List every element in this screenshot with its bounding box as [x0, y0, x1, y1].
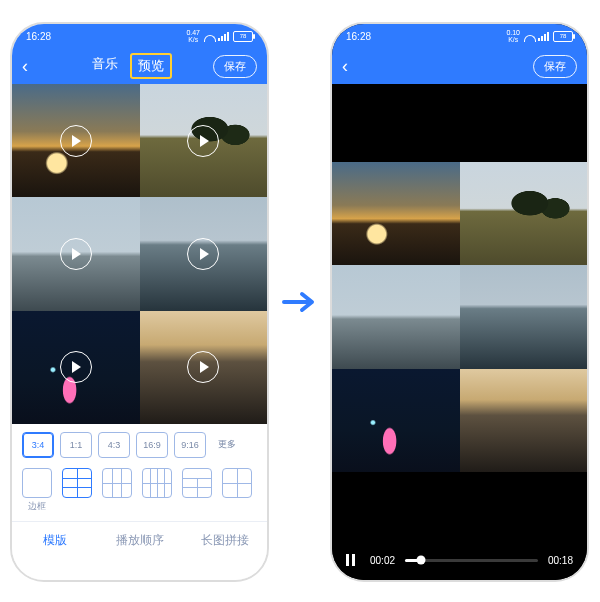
phone-preview: 16:28 0.10K/s 78 ‹ 保存: [330, 22, 589, 582]
layout-border[interactable]: [22, 468, 52, 498]
phone-editor: 16:28 0.47K/s 78 ‹ 音乐 预览 保存: [10, 22, 269, 582]
ratio-option[interactable]: 3:4: [22, 432, 54, 458]
status-time: 16:28: [26, 31, 51, 42]
play-icon[interactable]: [187, 351, 219, 383]
grid-cell[interactable]: [140, 311, 268, 424]
preview-cell: [332, 162, 460, 265]
time-total: 00:18: [548, 555, 573, 566]
time-current: 00:02: [370, 555, 395, 566]
play-icon[interactable]: [60, 351, 92, 383]
play-icon[interactable]: [60, 238, 92, 270]
back-button[interactable]: ‹: [22, 56, 44, 77]
layout-templates: 边框: [12, 458, 267, 517]
media-grid: [12, 84, 267, 424]
preview-cell: [332, 265, 460, 368]
tab-template[interactable]: 模版: [12, 522, 97, 559]
progress-slider[interactable]: [405, 559, 538, 562]
video-letterbox-top: [332, 84, 587, 122]
save-button[interactable]: 保存: [213, 55, 257, 78]
status-net: 0.47K/s: [186, 29, 200, 43]
pause-button[interactable]: [346, 554, 360, 566]
grid-cell[interactable]: [12, 197, 140, 310]
signal-icon: [218, 32, 229, 41]
layout-option[interactable]: [142, 468, 172, 498]
grid-cell[interactable]: [12, 311, 140, 424]
tab-longimg[interactable]: 长图拼接: [182, 522, 267, 559]
layout-option[interactable]: [222, 468, 252, 498]
status-net: 0.10K/s: [506, 29, 520, 43]
play-icon[interactable]: [187, 125, 219, 157]
title-bar: ‹ 保存: [332, 48, 587, 84]
preview-grid: [332, 162, 587, 472]
layout-option[interactable]: [62, 468, 92, 498]
status-time: 16:28: [346, 31, 371, 42]
ratio-option[interactable]: 1:1: [60, 432, 92, 458]
ratio-option[interactable]: 4:3: [98, 432, 130, 458]
battery-icon: 78: [233, 31, 253, 42]
ratio-more[interactable]: 更多: [212, 432, 242, 456]
ratio-option[interactable]: 16:9: [136, 432, 168, 458]
aspect-ratios: 3:4 1:1 4:3 16:9 9:16 更多: [12, 432, 267, 458]
save-button[interactable]: 保存: [533, 55, 577, 78]
back-button[interactable]: ‹: [342, 56, 364, 77]
preview-cell: [460, 162, 588, 265]
title-bar: ‹ 音乐 预览 保存: [12, 48, 267, 84]
grid-cell[interactable]: [140, 197, 268, 310]
grid-cell[interactable]: [140, 84, 268, 197]
layout-option[interactable]: [182, 468, 212, 498]
play-icon[interactable]: [60, 125, 92, 157]
battery-icon: 78: [553, 31, 573, 42]
tab-music[interactable]: 音乐: [86, 53, 124, 79]
preview-cell: [460, 265, 588, 368]
ratio-option[interactable]: 9:16: [174, 432, 206, 458]
player-bar: 00:02 00:18: [332, 472, 587, 580]
bottom-tabs: 模版 播放顺序 长图拼接: [12, 521, 267, 559]
arrow-icon: [282, 290, 320, 314]
template-panel: 3:4 1:1 4:3 16:9 9:16 更多 边框: [12, 424, 267, 580]
signal-icon: [538, 32, 549, 41]
grid-cell[interactable]: [12, 84, 140, 197]
wifi-icon: [204, 31, 214, 41]
layout-border-label: 边框: [22, 500, 52, 513]
play-icon[interactable]: [187, 238, 219, 270]
layout-option[interactable]: [102, 468, 132, 498]
status-bar: 16:28 0.47K/s 78: [12, 24, 267, 48]
tab-preview[interactable]: 预览: [130, 53, 172, 79]
wifi-icon: [524, 31, 534, 41]
preview-cell: [460, 369, 588, 472]
status-bar: 16:28 0.10K/s 78: [332, 24, 587, 48]
tab-order[interactable]: 播放顺序: [97, 522, 182, 559]
preview-cell: [332, 369, 460, 472]
